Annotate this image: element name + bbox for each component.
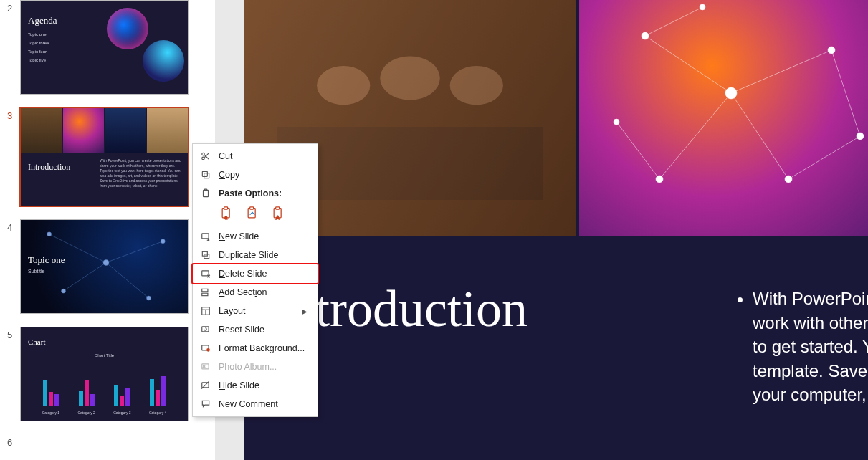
slide-title: Chart [28,337,45,346]
slide-thumbnail-5[interactable]: 5 Chart Chart Title Category 1 Category … [7,327,208,421]
svg-point-63 [206,348,210,352]
paste-text-only[interactable]: A [270,206,286,221]
slide-thumbnail-preview[interactable]: Chart Chart Title Category 1 Category 2 … [20,327,189,421]
agenda-line: Topic one [28,32,47,37]
menu-new-comment[interactable]: New Comment [193,395,318,413]
svg-rect-36 [204,173,209,178]
svg-line-20 [645,7,702,36]
svg-rect-61 [202,327,209,332]
comment-icon [200,398,211,410]
svg-rect-41 [224,207,228,209]
svg-point-33 [202,157,205,160]
svg-rect-37 [202,171,207,176]
svg-rect-44 [250,207,254,209]
paste-use-destination-theme[interactable] [244,206,260,221]
menu-delete-slide[interactable]: Delete Slide [193,264,318,283]
slide-body-text[interactable]: With PowerPoint, you can create presenta… [738,287,868,407]
svg-point-32 [202,153,205,155]
svg-point-8 [62,289,66,293]
photo-placeholder [147,108,188,153]
svg-point-7 [146,296,151,300]
slide-thumbnail-preview[interactable]: Topic one Subtitle [20,219,189,314]
svg-line-16 [731,93,788,179]
menu-label: Hide Slide [219,380,259,390]
decorative-circle [107,8,148,49]
svg-line-1 [106,241,163,263]
body-bullet: With PowerPoint, you can create presenta… [753,287,868,407]
bar-chart: Category 1 Category 2 Category 3 Categor… [35,362,173,406]
slide-number: 6 [7,434,20,448]
paste-options-row: a A [193,203,318,227]
svg-point-6 [161,239,165,244]
decorative-circle [143,40,184,82]
svg-point-5 [103,260,109,266]
menu-format-background[interactable]: Format Background... [193,339,318,358]
slide-context-menu[interactable]: Cut Copy Paste Options: a A New Slide [192,143,318,417]
slide-subtitle: Subtitle [28,269,44,274]
photo-album-icon [200,361,211,373]
menu-layout[interactable]: Layout ▶ [193,302,318,320]
hide-slide-icon [200,380,211,391]
menu-label: Copy [219,170,239,180]
layout-icon [200,305,211,317]
svg-point-12 [450,66,503,105]
photo-placeholder [105,108,146,153]
network-graphic [21,220,188,314]
photo-network-abstract [579,0,868,236]
svg-point-28 [700,4,705,10]
menu-label: Delete Slide [219,269,267,279]
slide-thumbnail-4[interactable]: 4 Topic one Subtitle [7,219,208,314]
slide-body: With PowerPoint, you can create presenta… [100,158,182,188]
svg-point-24 [828,47,835,54]
paste-keep-source-formatting[interactable]: a [219,206,234,221]
svg-point-27 [857,133,864,140]
menu-cut[interactable]: Cut [193,147,318,166]
svg-rect-46 [276,207,280,209]
svg-point-11 [380,56,440,100]
copy-icon [200,169,211,181]
svg-point-29 [614,119,619,125]
svg-line-18 [831,50,860,136]
menu-label: Duplicate Slide [219,250,278,260]
svg-line-14 [645,36,731,93]
menu-hide-slide[interactable]: Hide Slide [193,376,318,395]
slide-thumbnail-preview[interactable]: Introduction With PowerPoint, you can cr… [20,107,189,206]
reset-icon [200,324,211,335]
slide-canvas[interactable]: Introduction With PowerPoint, you can cr… [244,0,868,460]
menu-reset-slide[interactable]: Reset Slide [193,320,318,339]
slide-thumbnail-3[interactable]: 3 Introduction With PowerPoint, you can … [7,107,208,206]
menu-paste-options-header: Paste Options: [193,184,318,203]
submenu-arrow-icon: ▶ [302,307,307,315]
add-section-icon [200,287,211,298]
svg-rect-56 [202,289,208,292]
slide-number: 2 [7,0,20,14]
slide-thumbnail-6[interactable]: 6 [7,434,208,448]
menu-add-section[interactable]: Add Section [193,283,318,302]
menu-duplicate-slide[interactable]: Duplicate Slide [193,246,318,264]
menu-label: Paste Options: [219,188,282,198]
chart-subtitle: Chart Title [95,353,114,358]
svg-rect-57 [202,293,208,296]
photo-placeholder [63,108,104,153]
menu-photo-album: Photo Album... [193,358,318,376]
slide-thumbnail-panel[interactable]: 2 Agenda Topic one Topic three Topic fou… [0,0,215,460]
menu-label: Add Section [219,287,267,297]
menu-copy[interactable]: Copy [193,166,318,184]
slide-title: Agenda [28,15,57,27]
agenda-line: Topic three [28,41,49,45]
svg-line-15 [731,50,831,93]
image-strip [244,0,868,236]
slide-thumbnail-2[interactable]: 2 Agenda Topic one Topic three Topic fou… [7,0,208,95]
svg-point-22 [642,32,649,39]
svg-point-25 [785,176,792,183]
slide-title: Introduction [28,162,70,173]
menu-label: New Slide [219,231,259,241]
menu-label: Cut [219,151,232,161]
menu-new-slide[interactable]: New Slide [193,227,318,246]
slide-thumbnail-preview[interactable]: Agenda Topic one Topic three Topic four … [20,0,189,95]
svg-line-19 [788,136,860,179]
slide-number: 4 [7,219,20,233]
svg-point-4 [47,232,52,236]
menu-label: Reset Slide [219,325,264,335]
svg-line-3 [63,262,105,291]
